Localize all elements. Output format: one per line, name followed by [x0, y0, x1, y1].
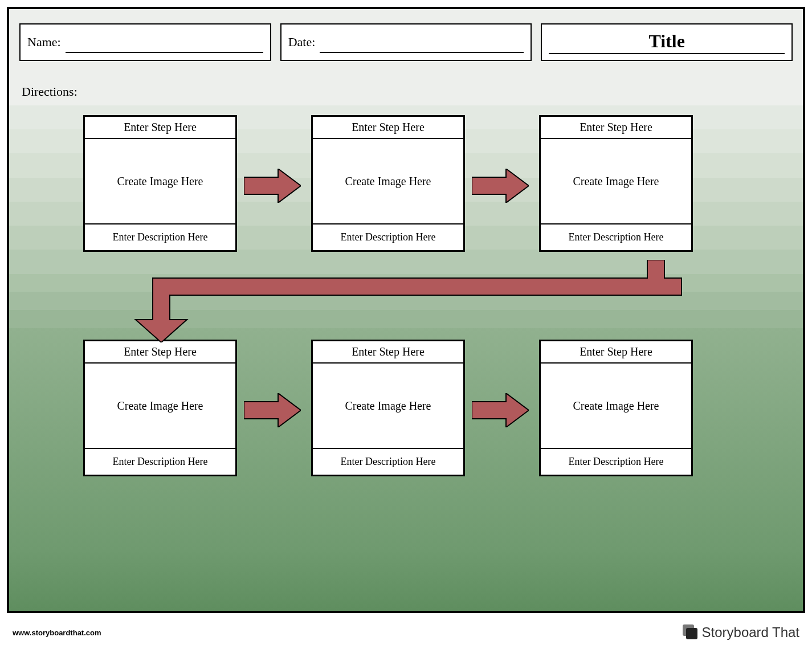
- step-card-4[interactable]: Enter Step Here Create Image Here Enter …: [83, 340, 237, 476]
- step-title[interactable]: Enter Step Here: [85, 341, 235, 364]
- step-card-3[interactable]: Enter Step Here Create Image Here Enter …: [539, 115, 693, 252]
- step-title[interactable]: Enter Step Here: [313, 117, 463, 139]
- arrow-right-icon: [472, 393, 529, 427]
- step-image-placeholder[interactable]: Create Image Here: [85, 364, 235, 449]
- arrow-right-icon: [244, 393, 301, 427]
- page: Name: Date: Title Directions: Enter Step…: [0, 0, 812, 645]
- step-title[interactable]: Enter Step Here: [541, 117, 691, 139]
- step-card-6[interactable]: Enter Step Here Create Image Here Enter …: [539, 340, 693, 476]
- title-label: Title: [549, 31, 785, 54]
- arrow-return-icon: [117, 260, 687, 342]
- step-image-placeholder[interactable]: Create Image Here: [313, 364, 463, 449]
- arrow-right-icon: [244, 169, 301, 203]
- arrow-right-icon: [472, 169, 529, 203]
- step-title[interactable]: Enter Step Here: [313, 341, 463, 364]
- step-image-placeholder[interactable]: Create Image Here: [313, 139, 463, 224]
- footer-url: www.storyboardthat.com: [13, 628, 101, 637]
- step-description[interactable]: Enter Description Here: [541, 449, 691, 475]
- storyboard-icon: [683, 624, 699, 640]
- brand-logo: StoryboardThat: [683, 624, 799, 640]
- step-image-placeholder[interactable]: Create Image Here: [85, 139, 235, 224]
- date-label: Date:: [288, 35, 316, 50]
- step-card-2[interactable]: Enter Step Here Create Image Here Enter …: [311, 115, 465, 252]
- step-card-1[interactable]: Enter Step Here Create Image Here Enter …: [83, 115, 237, 252]
- svg-marker-0: [244, 169, 301, 203]
- step-description[interactable]: Enter Description Here: [313, 449, 463, 475]
- brand-text-2: That: [772, 624, 799, 640]
- step-title[interactable]: Enter Step Here: [541, 341, 691, 364]
- step-description[interactable]: Enter Description Here: [541, 224, 691, 250]
- step-description[interactable]: Enter Description Here: [85, 224, 235, 250]
- date-field[interactable]: Date:: [280, 23, 532, 61]
- title-field[interactable]: Title: [541, 23, 793, 61]
- brand-text-1: Storyboard: [702, 624, 769, 640]
- step-description[interactable]: Enter Description Here: [313, 224, 463, 250]
- header-row: Name: Date: Title: [19, 23, 793, 61]
- svg-marker-2: [244, 393, 301, 427]
- name-label: Name:: [27, 35, 61, 50]
- name-input-line[interactable]: [66, 31, 263, 52]
- step-description[interactable]: Enter Description Here: [85, 449, 235, 475]
- directions-label: Directions:: [22, 84, 77, 99]
- step-card-5[interactable]: Enter Step Here Create Image Here Enter …: [311, 340, 465, 476]
- date-input-line[interactable]: [320, 31, 524, 52]
- svg-marker-1: [472, 169, 529, 203]
- name-field[interactable]: Name:: [19, 23, 271, 61]
- step-title[interactable]: Enter Step Here: [85, 117, 235, 139]
- worksheet-canvas: Name: Date: Title Directions: Enter Step…: [7, 7, 805, 613]
- step-image-placeholder[interactable]: Create Image Here: [541, 139, 691, 224]
- step-image-placeholder[interactable]: Create Image Here: [541, 364, 691, 449]
- footer: www.storyboardthat.com StoryboardThat: [13, 624, 799, 640]
- svg-marker-3: [472, 393, 529, 427]
